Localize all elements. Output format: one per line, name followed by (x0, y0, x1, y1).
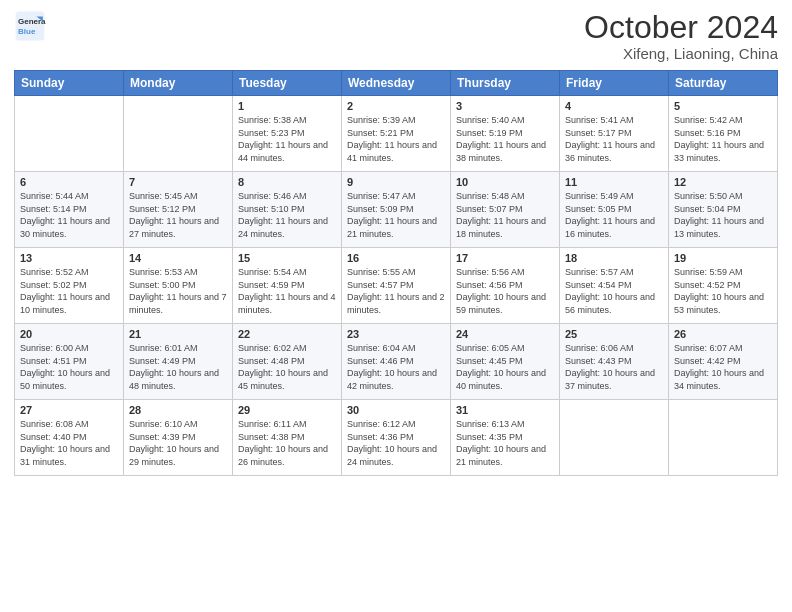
day-info: Sunrise: 5:44 AM Sunset: 5:14 PM Dayligh… (20, 190, 118, 240)
day-info: Sunrise: 5:40 AM Sunset: 5:19 PM Dayligh… (456, 114, 554, 164)
day-cell: 27 Sunrise: 6:08 AM Sunset: 4:40 PM Dayl… (15, 400, 124, 476)
day-cell: 5 Sunrise: 5:42 AM Sunset: 5:16 PM Dayli… (669, 96, 778, 172)
day-cell: 17 Sunrise: 5:56 AM Sunset: 4:56 PM Dayl… (451, 248, 560, 324)
day-cell: 2 Sunrise: 5:39 AM Sunset: 5:21 PM Dayli… (342, 96, 451, 172)
day-number: 10 (456, 176, 554, 188)
day-info: Sunrise: 5:55 AM Sunset: 4:57 PM Dayligh… (347, 266, 445, 316)
week-row-5: 27 Sunrise: 6:08 AM Sunset: 4:40 PM Dayl… (15, 400, 778, 476)
day-info: Sunrise: 5:45 AM Sunset: 5:12 PM Dayligh… (129, 190, 227, 240)
day-cell: 14 Sunrise: 5:53 AM Sunset: 5:00 PM Dayl… (124, 248, 233, 324)
day-number: 21 (129, 328, 227, 340)
day-number: 26 (674, 328, 772, 340)
calendar-body: 1 Sunrise: 5:38 AM Sunset: 5:23 PM Dayli… (15, 96, 778, 476)
header-cell-tuesday: Tuesday (233, 71, 342, 96)
day-info: Sunrise: 6:02 AM Sunset: 4:48 PM Dayligh… (238, 342, 336, 392)
header-cell-wednesday: Wednesday (342, 71, 451, 96)
day-cell (124, 96, 233, 172)
day-info: Sunrise: 5:59 AM Sunset: 4:52 PM Dayligh… (674, 266, 772, 316)
day-info: Sunrise: 5:52 AM Sunset: 5:02 PM Dayligh… (20, 266, 118, 316)
header-cell-thursday: Thursday (451, 71, 560, 96)
day-number: 20 (20, 328, 118, 340)
header-cell-saturday: Saturday (669, 71, 778, 96)
day-info: Sunrise: 6:10 AM Sunset: 4:39 PM Dayligh… (129, 418, 227, 468)
day-number: 19 (674, 252, 772, 264)
day-info: Sunrise: 6:04 AM Sunset: 4:46 PM Dayligh… (347, 342, 445, 392)
day-number: 8 (238, 176, 336, 188)
page: General Blue October 2024 Xifeng, Liaoni… (0, 0, 792, 612)
day-cell: 16 Sunrise: 5:55 AM Sunset: 4:57 PM Dayl… (342, 248, 451, 324)
day-number: 2 (347, 100, 445, 112)
day-info: Sunrise: 5:41 AM Sunset: 5:17 PM Dayligh… (565, 114, 663, 164)
day-info: Sunrise: 6:13 AM Sunset: 4:35 PM Dayligh… (456, 418, 554, 468)
day-cell: 11 Sunrise: 5:49 AM Sunset: 5:05 PM Dayl… (560, 172, 669, 248)
day-number: 17 (456, 252, 554, 264)
day-cell: 29 Sunrise: 6:11 AM Sunset: 4:38 PM Dayl… (233, 400, 342, 476)
week-row-1: 1 Sunrise: 5:38 AM Sunset: 5:23 PM Dayli… (15, 96, 778, 172)
day-info: Sunrise: 5:39 AM Sunset: 5:21 PM Dayligh… (347, 114, 445, 164)
logo-icon: General Blue (14, 10, 46, 42)
day-cell: 15 Sunrise: 5:54 AM Sunset: 4:59 PM Dayl… (233, 248, 342, 324)
header-cell-monday: Monday (124, 71, 233, 96)
day-info: Sunrise: 6:12 AM Sunset: 4:36 PM Dayligh… (347, 418, 445, 468)
day-info: Sunrise: 6:01 AM Sunset: 4:49 PM Dayligh… (129, 342, 227, 392)
day-number: 30 (347, 404, 445, 416)
day-number: 1 (238, 100, 336, 112)
calendar-header-row: SundayMondayTuesdayWednesdayThursdayFrid… (15, 71, 778, 96)
day-cell: 10 Sunrise: 5:48 AM Sunset: 5:07 PM Dayl… (451, 172, 560, 248)
day-cell: 7 Sunrise: 5:45 AM Sunset: 5:12 PM Dayli… (124, 172, 233, 248)
day-info: Sunrise: 5:48 AM Sunset: 5:07 PM Dayligh… (456, 190, 554, 240)
day-cell: 31 Sunrise: 6:13 AM Sunset: 4:35 PM Dayl… (451, 400, 560, 476)
day-cell: 21 Sunrise: 6:01 AM Sunset: 4:49 PM Dayl… (124, 324, 233, 400)
day-cell: 20 Sunrise: 6:00 AM Sunset: 4:51 PM Dayl… (15, 324, 124, 400)
day-number: 15 (238, 252, 336, 264)
day-number: 28 (129, 404, 227, 416)
day-info: Sunrise: 6:11 AM Sunset: 4:38 PM Dayligh… (238, 418, 336, 468)
day-info: Sunrise: 5:54 AM Sunset: 4:59 PM Dayligh… (238, 266, 336, 316)
calendar-table: SundayMondayTuesdayWednesdayThursdayFrid… (14, 70, 778, 476)
day-cell: 25 Sunrise: 6:06 AM Sunset: 4:43 PM Dayl… (560, 324, 669, 400)
title-block: October 2024 Xifeng, Liaoning, China (584, 10, 778, 62)
day-cell: 24 Sunrise: 6:05 AM Sunset: 4:45 PM Dayl… (451, 324, 560, 400)
day-info: Sunrise: 5:38 AM Sunset: 5:23 PM Dayligh… (238, 114, 336, 164)
day-number: 24 (456, 328, 554, 340)
day-cell (669, 400, 778, 476)
day-info: Sunrise: 6:07 AM Sunset: 4:42 PM Dayligh… (674, 342, 772, 392)
day-cell: 18 Sunrise: 5:57 AM Sunset: 4:54 PM Dayl… (560, 248, 669, 324)
day-cell: 23 Sunrise: 6:04 AM Sunset: 4:46 PM Dayl… (342, 324, 451, 400)
day-number: 5 (674, 100, 772, 112)
day-cell: 4 Sunrise: 5:41 AM Sunset: 5:17 PM Dayli… (560, 96, 669, 172)
day-info: Sunrise: 5:57 AM Sunset: 4:54 PM Dayligh… (565, 266, 663, 316)
day-cell: 28 Sunrise: 6:10 AM Sunset: 4:39 PM Dayl… (124, 400, 233, 476)
day-info: Sunrise: 6:05 AM Sunset: 4:45 PM Dayligh… (456, 342, 554, 392)
day-info: Sunrise: 6:08 AM Sunset: 4:40 PM Dayligh… (20, 418, 118, 468)
week-row-2: 6 Sunrise: 5:44 AM Sunset: 5:14 PM Dayli… (15, 172, 778, 248)
day-number: 13 (20, 252, 118, 264)
subtitle: Xifeng, Liaoning, China (584, 45, 778, 62)
day-number: 23 (347, 328, 445, 340)
day-info: Sunrise: 5:53 AM Sunset: 5:00 PM Dayligh… (129, 266, 227, 316)
day-info: Sunrise: 5:49 AM Sunset: 5:05 PM Dayligh… (565, 190, 663, 240)
day-number: 11 (565, 176, 663, 188)
day-number: 31 (456, 404, 554, 416)
week-row-3: 13 Sunrise: 5:52 AM Sunset: 5:02 PM Dayl… (15, 248, 778, 324)
day-cell: 26 Sunrise: 6:07 AM Sunset: 4:42 PM Dayl… (669, 324, 778, 400)
day-number: 18 (565, 252, 663, 264)
day-cell: 19 Sunrise: 5:59 AM Sunset: 4:52 PM Dayl… (669, 248, 778, 324)
day-number: 9 (347, 176, 445, 188)
day-number: 16 (347, 252, 445, 264)
day-number: 25 (565, 328, 663, 340)
day-cell (560, 400, 669, 476)
day-number: 27 (20, 404, 118, 416)
day-cell: 3 Sunrise: 5:40 AM Sunset: 5:19 PM Dayli… (451, 96, 560, 172)
day-cell: 9 Sunrise: 5:47 AM Sunset: 5:09 PM Dayli… (342, 172, 451, 248)
day-number: 3 (456, 100, 554, 112)
day-number: 4 (565, 100, 663, 112)
day-info: Sunrise: 5:46 AM Sunset: 5:10 PM Dayligh… (238, 190, 336, 240)
day-info: Sunrise: 5:50 AM Sunset: 5:04 PM Dayligh… (674, 190, 772, 240)
day-number: 12 (674, 176, 772, 188)
day-number: 29 (238, 404, 336, 416)
day-cell: 13 Sunrise: 5:52 AM Sunset: 5:02 PM Dayl… (15, 248, 124, 324)
day-info: Sunrise: 5:42 AM Sunset: 5:16 PM Dayligh… (674, 114, 772, 164)
day-number: 6 (20, 176, 118, 188)
day-cell: 30 Sunrise: 6:12 AM Sunset: 4:36 PM Dayl… (342, 400, 451, 476)
